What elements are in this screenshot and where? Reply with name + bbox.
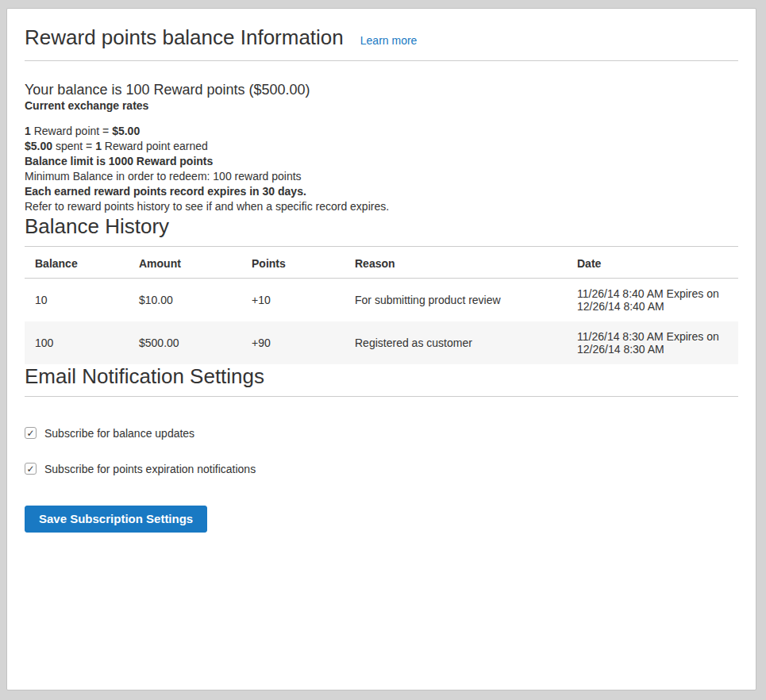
- points-expiration-checkbox[interactable]: [25, 463, 37, 475]
- page-header: Reward points balance Information Learn …: [25, 9, 738, 61]
- email-settings-divider: [25, 396, 738, 397]
- balance-updates-option[interactable]: Subscribe for balance updates: [25, 427, 738, 440]
- table-row: 10 $10.00 +10 For submitting product rev…: [25, 278, 738, 321]
- table-row: 100 $500.00 +90 Registered as customer 1…: [25, 321, 738, 364]
- cell-amount: $10.00: [129, 278, 241, 321]
- cell-reason: For submitting product review: [345, 278, 567, 321]
- balance-limit-text: Balance limit is 1000 Reward points: [25, 154, 738, 169]
- balance-history-title: Balance History: [25, 214, 738, 239]
- points-expiration-option[interactable]: Subscribe for points expiration notifica…: [25, 463, 738, 475]
- cell-balance: 100: [25, 321, 129, 364]
- exchange-rates-heading: Current exchange rates: [25, 98, 738, 113]
- page-title: Reward points balance Information: [25, 26, 344, 49]
- balance-updates-label: Subscribe for balance updates: [44, 427, 194, 440]
- exchange-rate-lines: 1 Reward point = $5.00 $5.00 spent = 1 R…: [25, 124, 738, 154]
- cell-reason: Registered as customer: [345, 321, 567, 364]
- minimum-balance-text: Minimum Balance in order to redeem: 100 …: [25, 169, 738, 184]
- balance-summary: Your balance is 100 Reward points ($500.…: [25, 82, 738, 98]
- email-settings-title: Email Notification Settings: [25, 364, 738, 389]
- column-header-points: Points: [241, 247, 345, 279]
- exchange-rate-line-1: 1 Reward point = $5.00: [25, 124, 738, 139]
- exchange-rate-line-2: $5.00 spent = 1 Reward point earned: [25, 139, 738, 154]
- cell-points: +10: [241, 278, 345, 321]
- balance-history-table: Balance Amount Points Reason Date 10 $10…: [25, 247, 738, 364]
- column-header-balance: Balance: [25, 247, 129, 279]
- balance-updates-checkbox[interactable]: [25, 427, 37, 439]
- points-expiration-label: Subscribe for points expiration notifica…: [44, 463, 256, 475]
- expiration-refer-note: Refer to reward points history to see if…: [25, 199, 738, 214]
- reward-points-panel: Reward points balance Information Learn …: [6, 8, 756, 690]
- save-subscription-settings-button[interactable]: Save Subscription Settings: [25, 506, 207, 533]
- cell-balance: 10: [25, 278, 129, 321]
- column-header-amount: Amount: [129, 247, 241, 279]
- cell-amount: $500.00: [129, 321, 241, 364]
- cell-date: 11/26/14 8:40 AM Expires on 12/26/14 8:4…: [567, 278, 738, 321]
- table-header-row: Balance Amount Points Reason Date: [25, 247, 738, 279]
- learn-more-link[interactable]: Learn more: [360, 34, 418, 47]
- expiration-notice: Each earned reward points record expires…: [25, 184, 738, 199]
- cell-date: 11/26/14 8:30 AM Expires on 12/26/14 8:3…: [567, 321, 738, 364]
- column-header-date: Date: [567, 247, 738, 279]
- column-header-reason: Reason: [345, 247, 567, 279]
- cell-points: +90: [241, 321, 345, 364]
